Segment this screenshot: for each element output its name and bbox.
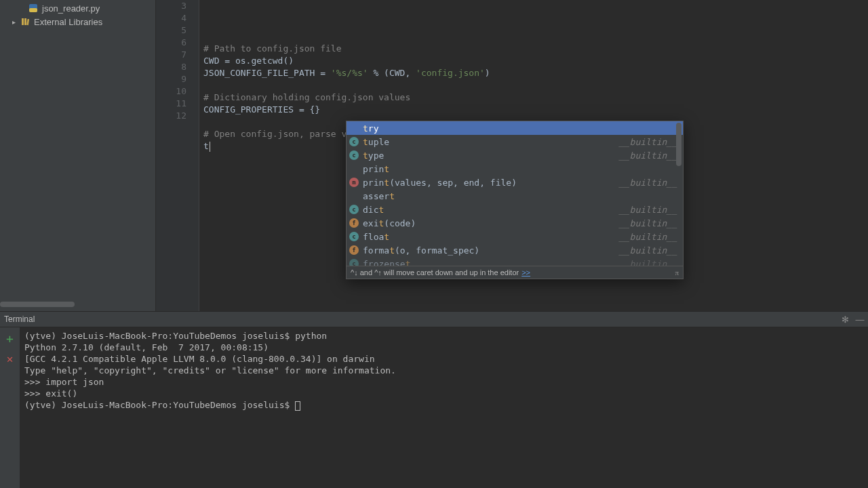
completion-label: dict bbox=[363, 205, 619, 215]
terminal-output[interactable]: (ytve) JoseLuis-MacBook-Pro:YouTubeDemos… bbox=[20, 327, 868, 488]
close-terminal-icon[interactable]: ✕ bbox=[7, 352, 14, 365]
tree-external-libraries-label: External Libraries bbox=[34, 17, 102, 27]
settings-icon[interactable]: ✻ bbox=[840, 314, 850, 325]
gutter-line-number: 5 bbox=[156, 24, 199, 37]
completion-origin: __builtin__ bbox=[619, 232, 677, 242]
chevron-right-icon: ▸ bbox=[12, 18, 19, 26]
new-terminal-icon[interactable]: + bbox=[6, 331, 14, 346]
pi-icon: π bbox=[675, 268, 679, 277]
function-icon: f bbox=[349, 245, 359, 255]
minimize-icon[interactable]: — bbox=[854, 314, 865, 325]
gutter-line-number: 8 bbox=[156, 61, 199, 73]
keyword-icon bbox=[349, 164, 359, 174]
completion-origin: __builtin__ bbox=[619, 150, 677, 161]
code-line: # Path to config.json file bbox=[203, 43, 868, 55]
code-editor[interactable]: 3456789101112 # Path to config.json file… bbox=[156, 0, 868, 311]
completion-item[interactable]: cfrozenset__builtin__ bbox=[347, 257, 683, 266]
class-icon: c bbox=[349, 150, 359, 160]
completion-hint-text: ^↓ and ^↑ will move caret down and up in… bbox=[351, 268, 519, 277]
completion-label: tuple bbox=[363, 137, 619, 147]
python-file-icon bbox=[28, 3, 38, 13]
editor-gutter: 3456789101112 bbox=[156, 0, 199, 311]
completion-label: try bbox=[363, 123, 677, 134]
tree-external-libraries[interactable]: ▸ External Libraries bbox=[0, 15, 155, 28]
gutter-line-number: 11 bbox=[156, 98, 199, 110]
class-icon: c bbox=[349, 259, 359, 266]
tree-file-label: json_reader.py bbox=[42, 3, 100, 14]
completion-label: format(o, format_spec) bbox=[363, 245, 619, 256]
code-line bbox=[203, 30, 868, 43]
completion-hint-link[interactable]: >> bbox=[521, 268, 530, 277]
gutter-line-number: 6 bbox=[156, 37, 199, 49]
terminal-line: Type "help", "copyright", "credits" or "… bbox=[24, 365, 864, 376]
gutter-line-number: 3 bbox=[156, 0, 199, 12]
completion-item[interactable]: cdict__builtin__ bbox=[347, 203, 683, 216]
gutter-line-number: 4 bbox=[156, 12, 199, 24]
completion-label: frozenset bbox=[363, 259, 619, 266]
completion-list[interactable]: tryctuple__builtin__ctype__builtin__prin… bbox=[347, 121, 683, 266]
completion-origin: __builtin__ bbox=[619, 218, 677, 228]
completion-label: type bbox=[363, 150, 619, 161]
svg-rect-4 bbox=[26, 19, 29, 25]
code-line: JSON_CONFIG_FILE_PATH = '%s/%s' % (CWD, … bbox=[203, 67, 868, 79]
completion-item[interactable]: ctype__builtin__ bbox=[347, 148, 683, 162]
terminal-side-toolbar: + ✕ bbox=[0, 327, 20, 488]
completion-origin: __builtin__ bbox=[619, 259, 677, 266]
completion-footer: ^↓ and ^↑ will move caret down and up in… bbox=[347, 266, 683, 279]
completion-item[interactable]: mprint(values, sep, end, file)__builtin_… bbox=[347, 176, 683, 189]
gutter-line-number: 7 bbox=[156, 49, 199, 61]
completion-item[interactable]: try bbox=[347, 121, 683, 135]
svg-rect-1 bbox=[29, 8, 37, 12]
completion-label: assert bbox=[363, 191, 677, 201]
class-icon: c bbox=[349, 137, 359, 146]
gutter-line-number: 10 bbox=[156, 85, 199, 98]
completion-origin: __builtin__ bbox=[619, 178, 677, 188]
completion-item[interactable]: assert bbox=[347, 189, 683, 203]
code-completion-popup[interactable]: tryctuple__builtin__ctype__builtin__prin… bbox=[346, 121, 684, 279]
completion-item[interactable]: cfloat__builtin__ bbox=[347, 230, 683, 243]
function-icon: f bbox=[349, 218, 359, 228]
completion-scrollbar[interactable] bbox=[676, 123, 682, 166]
terminal-line: (ytve) JoseLuis-MacBook-Pro:YouTubeDemos… bbox=[24, 399, 864, 411]
completion-label: print(values, sep, end, file) bbox=[363, 178, 619, 188]
library-icon bbox=[20, 17, 30, 26]
code-line: CONFIG_PROPERTIES = {} bbox=[203, 104, 868, 116]
code-line: CWD = os.getcwd() bbox=[203, 55, 868, 67]
terminal-toolwindow-header[interactable]: Terminal ✻ — bbox=[0, 311, 868, 327]
completion-label: print bbox=[363, 164, 677, 174]
completion-origin: __builtin__ bbox=[619, 137, 677, 147]
terminal-line: (ytve) JoseLuis-MacBook-Pro:YouTubeDemos… bbox=[24, 330, 864, 342]
completion-label: exit(code) bbox=[363, 218, 619, 228]
code-line bbox=[203, 79, 868, 92]
svg-rect-2 bbox=[22, 18, 24, 25]
tree-file-json-reader[interactable]: json_reader.py bbox=[0, 1, 155, 15]
class-icon: c bbox=[349, 232, 359, 241]
method-icon: m bbox=[349, 178, 359, 187]
terminal-line: >>> exit() bbox=[24, 388, 864, 399]
keyword-icon bbox=[349, 191, 359, 201]
terminal-line: >>> import json bbox=[24, 376, 864, 388]
project-sidebar[interactable]: json_reader.py ▸ External Libraries bbox=[0, 0, 156, 311]
completion-item[interactable]: print bbox=[347, 162, 683, 176]
svg-rect-3 bbox=[24, 18, 26, 25]
terminal-title: Terminal bbox=[4, 314, 35, 324]
keyword-icon bbox=[349, 123, 359, 133]
completion-item[interactable]: ctuple__builtin__ bbox=[347, 135, 683, 148]
completion-origin: __builtin__ bbox=[619, 205, 677, 215]
completion-origin: __builtin__ bbox=[619, 245, 677, 256]
gutter-line-number: 9 bbox=[156, 73, 199, 85]
gutter-line-number: 12 bbox=[156, 110, 199, 122]
class-icon: c bbox=[349, 205, 359, 214]
sidebar-horizontal-scrollbar[interactable] bbox=[0, 302, 75, 307]
completion-label: float bbox=[363, 232, 619, 242]
code-line: # Dictionary holding config.json values bbox=[203, 92, 868, 104]
completion-item[interactable]: fformat(o, format_spec)__builtin__ bbox=[347, 243, 683, 257]
terminal-line: Python 2.7.10 (default, Feb 7 2017, 00:0… bbox=[24, 342, 864, 353]
completion-item[interactable]: fexit(code)__builtin__ bbox=[347, 216, 683, 230]
terminal-line: [GCC 4.2.1 Compatible Apple LLVM 8.0.0 (… bbox=[24, 353, 864, 365]
